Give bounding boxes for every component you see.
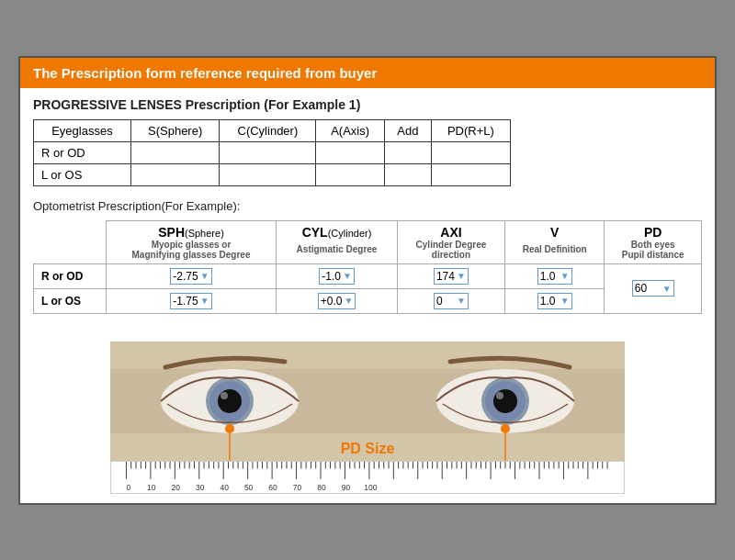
dropdown-arrow: ▼ [457,271,466,281]
optom-label: Optometrist Prescription(For Example): [33,199,702,213]
pd-cell: 60 ▼ [605,263,702,313]
opt-row-rod: R or OD -2.75 ▼ -1.0 [34,263,702,288]
eye-svg: PD Size [110,342,625,461]
dropdown-arrow: ▼ [662,284,672,294]
los-cyl-cell: +0.0 ▼ [277,288,398,313]
dropdown-arrow: ▼ [344,296,353,306]
col-sph-header: SPH(Sphere) [106,220,276,240]
row-los: L or OS [34,163,131,185]
col-axis: A(Axis) [316,119,385,141]
rod-v-select[interactable]: 1.0 ▼ [537,268,572,285]
svg-text:0: 0 [126,483,130,492]
los-axi-select[interactable]: 0 ▼ [434,293,469,309]
col-eyeglasses: Eyeglasses [34,119,131,141]
dropdown-arrow: ▼ [200,296,209,306]
cyl-sub: Astigmatic Degree [277,240,398,264]
svg-point-6 [218,389,242,413]
svg-text:10: 10 [147,483,156,492]
pd-sub: Both eyesPupil distance [605,240,702,264]
col-sphere: S(Sphere) [130,119,220,141]
svg-text:80: 80 [317,483,326,492]
table-row: L or OS [34,163,511,185]
empty-subheader [34,240,107,264]
dropdown-arrow: ▼ [457,296,466,306]
col-axi-header: AXI [397,220,504,240]
rod-axi-cell: 174 ▼ [397,263,504,288]
los-axi-cell: 0 ▼ [397,288,504,313]
svg-text:100: 100 [364,483,377,492]
los-v-select[interactable]: 1.0 ▼ [537,293,572,309]
svg-text:40: 40 [220,483,229,492]
opt-table: SPH(Sphere) CYL(Cylinder) AXI V PD Myopi… [33,220,702,314]
dropdown-arrow: ▼ [200,271,209,281]
table-row: R or OD [34,141,511,163]
col-cyl-header: CYL(Cylinder) [277,220,398,240]
axi-sub: Cylinder Degreedirection [397,240,504,264]
rod-sph-cell: -2.75 ▼ [106,263,276,288]
svg-text:20: 20 [172,483,181,492]
main-card: The Prescription form reference required… [18,56,717,505]
header-banner: The Prescription form reference required… [20,58,715,88]
dropdown-arrow: ▼ [560,271,570,281]
opt-row-los: L or OS -1.75 ▼ +0.0 [34,288,702,313]
empty-header [34,220,107,240]
svg-point-12 [493,389,517,413]
svg-text:50: 50 [244,483,254,492]
dropdown-arrow: ▼ [343,271,352,281]
pd-select[interactable]: 60 ▼ [632,280,674,297]
section-progressive: PROGRESSIVE LENSES Prescription (For Exa… [20,88,715,336]
los-sph-select[interactable]: -1.75 ▼ [170,293,211,309]
ruler: 0 10 20 30 40 50 60 70 80 90 100 [110,461,625,494]
svg-text:PD Size: PD Size [341,441,395,456]
rod-sph-select[interactable]: -2.75 ▼ [170,268,211,285]
ruler-svg: 0 10 20 30 40 50 60 70 80 90 100 [111,462,624,493]
svg-text:70: 70 [293,483,302,492]
eye-image: PD Size [110,342,625,461]
sph-sub: Myopic glasses orMagnifying glasses Degr… [106,240,276,264]
rod-axi-select[interactable]: 174 ▼ [434,268,469,285]
svg-text:30: 30 [196,483,205,492]
row-rod: R or OD [34,141,131,163]
section1-title: PROGRESSIVE LENSES Prescription (For Exa… [33,97,702,112]
rod-v-cell: 1.0 ▼ [505,263,605,288]
svg-rect-1 [110,342,625,369]
dropdown-arrow: ▼ [560,296,570,306]
svg-text:90: 90 [342,483,351,492]
rod-label: R or OD [34,263,107,288]
banner-text: The Prescription form reference required… [33,65,377,81]
los-label: L or OS [34,288,107,313]
rx-table: Eyeglasses S(Sphere) C(Cylinder) A(Axis)… [33,119,511,186]
col-pd-header: PD [605,220,702,240]
los-sph-cell: -1.75 ▼ [106,288,276,313]
rod-cyl-select[interactable]: -1.0 ▼ [319,268,355,285]
svg-text:60: 60 [268,483,277,492]
rod-cyl-cell: -1.0 ▼ [277,263,398,288]
col-add: Add [384,119,431,141]
col-pd: PD(R+L) [431,119,510,141]
svg-point-13 [496,392,503,399]
los-cyl-select[interactable]: +0.0 ▼ [318,293,356,309]
svg-point-7 [220,392,228,399]
los-v-cell: 1.0 ▼ [505,288,605,313]
v-sub: Real Definition [505,240,605,264]
col-cylinder: C(Cylinder) [220,119,316,141]
eye-section: PD Size [20,336,715,503]
col-v-header: V [505,220,605,240]
